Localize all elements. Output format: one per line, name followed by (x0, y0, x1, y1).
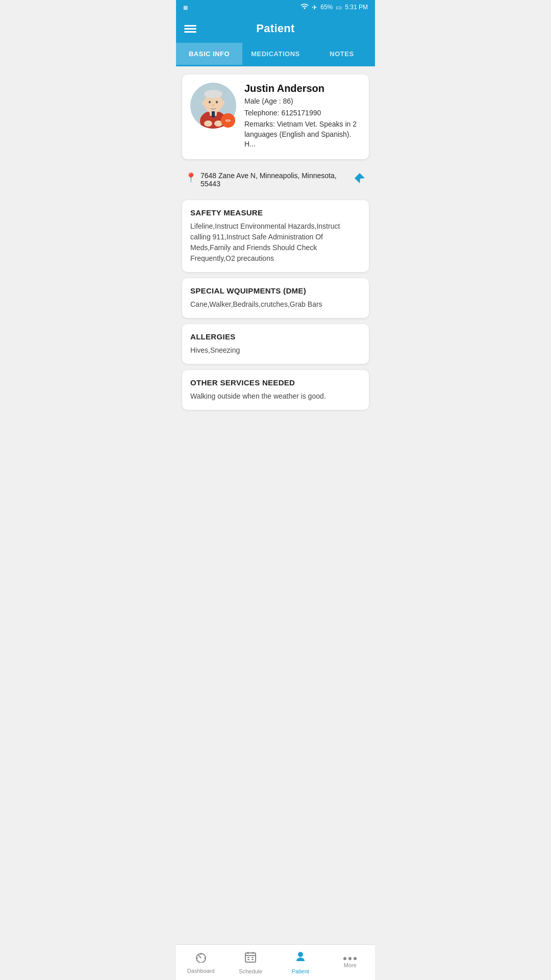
tab-notes[interactable]: NOTES (309, 43, 375, 65)
time-display: 5:31 PM (345, 4, 368, 11)
patient-gender-age: Male (Age : 86) (244, 96, 361, 107)
menu-icon[interactable] (184, 25, 196, 33)
other-services-content: Walking outside when the weather is good… (190, 391, 361, 402)
edit-icon: ✏ (226, 117, 231, 125)
tab-basic-info[interactable]: BASIC INFO (176, 43, 242, 65)
battery-percent: 65% (320, 4, 333, 11)
svg-point-4 (204, 90, 222, 98)
special-equipment-title: SPECIAL WQUIPMENTS (DME) (190, 286, 361, 295)
tab-medications[interactable]: MEDICATIONS (242, 43, 309, 65)
svg-rect-10 (212, 111, 215, 117)
patient-address: 7648 Zane Ave N, Minneapolis, Minnesota,… (201, 172, 354, 188)
patient-card: ✏ Justin Anderson Male (Age : 86) Teleph… (182, 75, 369, 159)
svg-point-5 (209, 101, 211, 104)
app-header: Patient (176, 14, 375, 43)
main-content: ✏ Justin Anderson Male (Age : 86) Teleph… (176, 66, 375, 457)
airplane-icon: ✈ (312, 4, 317, 11)
status-sim-icon: ▦ (183, 5, 188, 10)
patient-name: Justin Anderson (244, 83, 361, 94)
edit-avatar-button[interactable]: ✏ (221, 113, 235, 128)
patient-info: Justin Anderson Male (Age : 86) Telephon… (244, 83, 361, 151)
allergies-title: ALLERGIES (190, 332, 361, 341)
special-equipment-content: Cane,Walker,Bedrails,crutches,Grab Bars (190, 299, 361, 310)
allergies-card: ALLERGIES Hives,Sneezing (182, 324, 369, 364)
status-bar: ▦ ✈ 65% ▭ 5:31 PM (176, 0, 375, 14)
svg-point-11 (204, 120, 212, 127)
wifi-icon (300, 4, 309, 11)
avatar-wrapper: ✏ (190, 83, 236, 129)
page-title: Patient (256, 22, 294, 35)
svg-point-6 (216, 101, 218, 104)
svg-point-9 (220, 101, 224, 106)
special-equipment-card: SPECIAL WQUIPMENTS (DME) Cane,Walker,Bed… (182, 278, 369, 318)
address-row: 📍 7648 Zane Ave N, Minneapolis, Minnesot… (182, 165, 369, 194)
patient-remarks: Remarks: Vietnam Vet. Speaks in 2 langua… (244, 119, 361, 150)
svg-point-7 (212, 105, 214, 106)
patient-telephone: Telephone: 6125171990 (244, 108, 361, 118)
address-left: 📍 7648 Zane Ave N, Minneapolis, Minnesot… (185, 172, 354, 188)
tab-bar: BASIC INFO MEDICATIONS NOTES (176, 43, 375, 66)
allergies-content: Hives,Sneezing (190, 345, 361, 356)
svg-point-8 (202, 101, 206, 106)
battery-icon: ▭ (336, 4, 342, 11)
location-pin-icon: 📍 (185, 172, 196, 183)
other-services-title: OTHER SERVICES NEEDED (190, 378, 361, 387)
other-services-card: OTHER SERVICES NEEDED Walking outside wh… (182, 370, 369, 410)
safety-measure-title: SAFETY MEASURE (190, 208, 361, 217)
navigate-icon[interactable] (354, 172, 366, 187)
safety-measure-card: SAFETY MEASURE Lifeline,Instruct Environ… (182, 200, 369, 272)
safety-measure-content: Lifeline,Instruct Environmental Hazards,… (190, 221, 361, 264)
